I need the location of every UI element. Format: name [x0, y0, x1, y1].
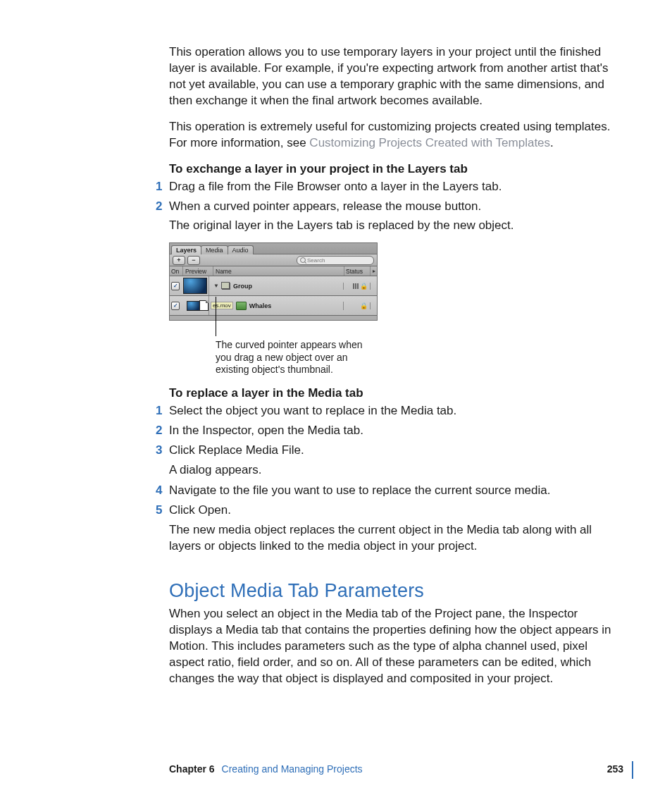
header-preview[interactable]: Preview — [183, 266, 213, 276]
cross-reference-link[interactable]: Customizing Projects Created with Templa… — [309, 136, 550, 149]
cell-on: ✓ — [170, 302, 181, 310]
panel-toolbar: + − Search — [170, 254, 377, 266]
list-item: 4 Navigate to the file you want to use t… — [169, 483, 623, 499]
step-number: 2 — [156, 423, 162, 439]
cell-name: es.mov Whales — [209, 302, 344, 310]
disclosure-triangle-icon[interactable]: ▼ — [213, 283, 219, 289]
remove-button[interactable]: − — [187, 256, 200, 265]
page-footer: Chapter 6 Creating and Managing Projects… — [0, 763, 672, 775]
embedded-screenshot: Layers Media Audio + − Search On Preview… — [169, 242, 623, 380]
file-icon — [199, 300, 209, 311]
header-status[interactable]: Status — [344, 266, 371, 276]
list-item: 2 In the Inspector, open the Media tab. — [169, 423, 623, 439]
list-item: 3 Click Replace Media File. — [169, 443, 623, 459]
task-heading: To replace a layer in the Media tab — [169, 386, 623, 402]
layer-name[interactable]: Whales — [249, 302, 272, 309]
visibility-checkbox[interactable]: ✓ — [171, 282, 180, 290]
section-heading: Object Media Tab Parameters — [169, 580, 623, 602]
layer-thumbnail — [183, 278, 207, 294]
header-on[interactable]: On — [170, 266, 183, 276]
footer-chapter-title: Creating and Managing Projects — [222, 763, 363, 775]
step-text: Select the object you want to replace in… — [169, 403, 623, 419]
step-number: 1 — [156, 179, 162, 195]
step-number: 4 — [156, 483, 162, 499]
step-text: When a curved pointer appears, release t… — [169, 199, 623, 215]
body-paragraph: This operation is extremely useful for c… — [169, 119, 623, 152]
figure-callout: The curved pointer appears when you drag… — [216, 321, 623, 380]
body-paragraph: This operation allows you to use tempora… — [169, 44, 623, 109]
group-icon — [222, 283, 230, 290]
layer-thumbnail — [187, 301, 201, 311]
step-text: In the Inspector, open the Media tab. — [169, 423, 623, 439]
tab-audio[interactable]: Audio — [228, 245, 254, 254]
body-paragraph: When you select an object in the Media t… — [169, 606, 623, 687]
cell-status: 🔒 — [344, 302, 371, 309]
column-headers: On Preview Name Status ▸ — [170, 266, 377, 276]
lock-icon[interactable]: 🔒 — [360, 302, 368, 309]
panel-footer — [170, 316, 377, 320]
search-placeholder: Search — [307, 257, 325, 264]
step-body: The new media object replaces the curren… — [169, 522, 623, 555]
footer-chapter: Chapter 6 — [169, 763, 215, 775]
layer-row-whales[interactable]: ✓ es.mov Whales 🔒 — [170, 296, 377, 316]
step-number: 5 — [156, 503, 162, 519]
step-number: 3 — [156, 443, 162, 459]
cell-preview — [181, 296, 209, 315]
layers-panel: Layers Media Audio + − Search On Preview… — [169, 242, 378, 321]
numbered-list: 1 Drag a file from the File Browser onto… — [169, 179, 623, 235]
clip-icon — [236, 302, 247, 310]
step-number: 1 — [156, 403, 162, 419]
step-number: 2 — [156, 199, 162, 215]
footer-page-number: 253 — [607, 763, 623, 775]
tab-media[interactable]: Media — [201, 245, 228, 254]
list-item: 5 Click Open. — [169, 503, 623, 519]
task-heading: To exchange a layer in your project in t… — [169, 161, 623, 178]
cell-status: 🔒 — [344, 283, 371, 290]
document-page: This operation allows you to use tempora… — [0, 0, 672, 807]
callout-leader-line — [216, 297, 216, 336]
step-text: Click Open. — [169, 503, 623, 519]
list-item: 2 When a curved pointer appears, release… — [169, 199, 623, 215]
step-text: Drag a file from the File Browser onto a… — [169, 179, 623, 195]
text-run: . — [550, 136, 554, 149]
drag-cursor — [199, 300, 209, 311]
cell-preview — [181, 276, 209, 295]
add-button[interactable]: + — [173, 256, 185, 265]
stack-icon — [353, 283, 359, 289]
tab-layers[interactable]: Layers — [171, 245, 201, 254]
layer-row-group[interactable]: ✓ ▼ Group 🔒 — [170, 276, 377, 296]
list-item: 1 Drag a file from the File Browser onto… — [169, 179, 623, 195]
drag-file-label: es.mov — [211, 302, 233, 309]
visibility-checkbox[interactable]: ✓ — [171, 302, 180, 310]
step-body: A dialog appears. — [169, 462, 623, 479]
panel-tab-bar: Layers Media Audio — [170, 243, 377, 254]
search-icon — [300, 257, 306, 263]
layer-name[interactable]: Group — [233, 283, 252, 290]
lock-icon[interactable]: 🔒 — [360, 283, 368, 290]
numbered-list: 1 Select the object you want to replace … — [169, 403, 623, 555]
callout-text: The curved pointer appears when you drag… — [216, 339, 363, 376]
step-text: Navigate to the file you want to use to … — [169, 483, 623, 499]
header-name[interactable]: Name — [213, 266, 344, 276]
list-item: 1 Select the object you want to replace … — [169, 403, 623, 419]
header-menu-caret[interactable]: ▸ — [371, 266, 377, 276]
step-text: Click Replace Media File. — [169, 443, 623, 459]
cell-on: ✓ — [170, 282, 181, 290]
search-field[interactable]: Search — [297, 256, 374, 265]
cell-name: ▼ Group — [209, 283, 344, 290]
footer-rule — [632, 761, 633, 779]
step-body: The original layer in the Layers tab is … — [169, 218, 623, 234]
